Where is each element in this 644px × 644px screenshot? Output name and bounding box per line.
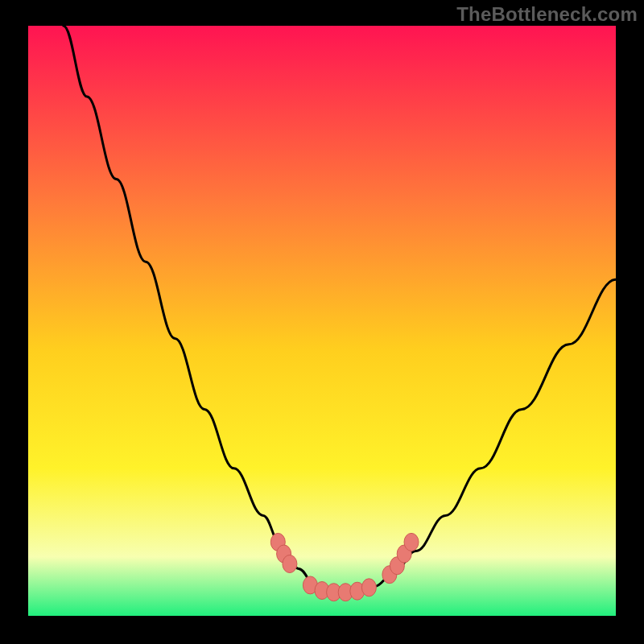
gradient-plot-area (28, 26, 616, 616)
outer-frame: TheBottleneck.com (0, 0, 644, 644)
curve-marker (283, 555, 297, 573)
curve-marker (361, 579, 376, 597)
chart-svg (0, 0, 644, 644)
watermark-text: TheBottleneck.com (456, 3, 638, 26)
curve-marker (404, 533, 419, 551)
